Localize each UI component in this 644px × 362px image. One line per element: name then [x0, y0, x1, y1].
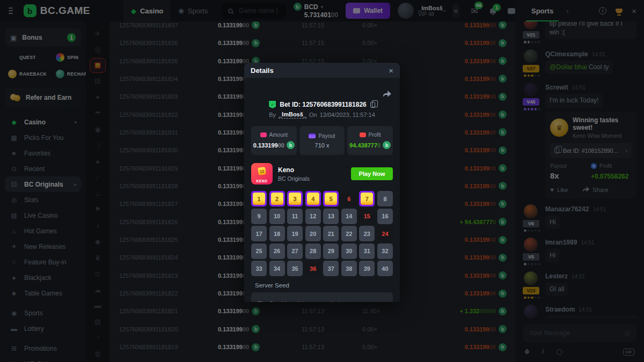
share-icon[interactable] [382, 91, 391, 100]
coin-icon: b [287, 141, 295, 149]
keno-tile-label: KENO [251, 179, 273, 183]
keno-number-29: 29 [323, 243, 339, 259]
keno-hit-tile: 4 [307, 193, 319, 205]
keno-hit-tile: 5 [325, 193, 337, 205]
payout-icon [309, 134, 316, 138]
stat-label-row: Payout [309, 133, 335, 139]
game-row: 12 KENO Keno BC Originals Play Now [251, 162, 393, 185]
modal-header: Details × [244, 63, 400, 78]
keno-number-3: 3 [287, 191, 303, 206]
keno-number-38: 38 [341, 261, 357, 276]
stat-value: 94.4387770b [349, 141, 391, 149]
stat-value-text: 94.4387770 [349, 142, 380, 149]
bet-datetime: 13/04/2023, 11:57:14 [320, 112, 375, 118]
keno-number-grid: 1234567891011121314151617181920212223242… [251, 191, 393, 276]
keno-number-16: 16 [377, 209, 393, 224]
keno-number-11: 11 [287, 209, 303, 224]
keno-number-27: 27 [287, 243, 303, 259]
keno-number-31: 31 [359, 243, 375, 259]
keno-hit-tile: 7 [361, 193, 373, 205]
bet-byline: By _ImBosš_ On 13/04/2023, 11:57:14 [244, 111, 400, 119]
keno-number-2: 2 [269, 191, 285, 206]
keno-number-4: 4 [305, 191, 321, 206]
keno-number-21: 21 [323, 226, 339, 241]
keno-number-7: 7 [359, 191, 375, 206]
bet-id-row: ✓ Bet ID: 125760683991181826 [244, 101, 400, 108]
keno-number-15: 15 [359, 209, 375, 224]
keno-number-6: 6 [341, 191, 357, 206]
keno-number-8: 8 [377, 191, 393, 206]
keno-hit-tile: 3 [289, 193, 301, 205]
keno-number-30: 30 [341, 243, 357, 259]
stat-value-text: 0.13319900 [253, 142, 284, 149]
game-provider: BC Originals [278, 175, 310, 182]
by-label: By [269, 112, 276, 118]
keno-number-17: 17 [251, 226, 267, 241]
play-now-button[interactable]: Play Now [351, 167, 393, 180]
keno-number-33: 33 [251, 261, 267, 276]
server-seed-label: Server Seed [255, 282, 289, 289]
coin-icon: b [383, 141, 391, 149]
keno-number-12: 12 [305, 209, 321, 224]
bet-id-text: Bet ID: 125760683991181826 [280, 101, 366, 108]
profit-icon [360, 132, 366, 137]
copy-icon[interactable] [370, 102, 375, 108]
stat-value-text: 710 x [315, 142, 330, 149]
keno-hit-tile: 1 [253, 193, 265, 205]
stat-label: Amount [269, 132, 288, 138]
keno-hit-tile: 2 [271, 193, 283, 205]
on-label: On [309, 112, 317, 118]
stat-value: 0.13319900b [253, 141, 295, 149]
bet-details-modal: Details × ✓ Bet ID: 125760683991181826 B… [244, 63, 400, 302]
keno-number-37: 37 [323, 261, 339, 276]
keno-number-36: 36 [305, 261, 321, 276]
verified-shield-icon: ✓ [269, 101, 276, 108]
modal-close-icon[interactable]: × [389, 66, 393, 75]
keno-number-1: 1 [251, 191, 267, 206]
bet-stats: Amount0.13319900bPayout710 xProfit94.438… [251, 126, 393, 155]
keno-number-14: 14 [341, 209, 357, 224]
stat-label: Profit [369, 132, 381, 138]
keno-game-icon: 12 KENO [251, 163, 273, 184]
bettor-name[interactable]: _ImBosš_ [279, 111, 306, 119]
keno-number-24: 24 [377, 226, 393, 241]
stat-value: 710 x [315, 142, 330, 149]
keno-number-9: 9 [251, 209, 267, 224]
keno-number-13: 13 [323, 209, 339, 224]
keno-number-34: 34 [269, 261, 285, 276]
stat-label: Payout [318, 133, 335, 139]
keno-number-22: 22 [341, 226, 357, 241]
stat-label-row: Profit [360, 132, 381, 138]
amount-icon [260, 132, 267, 137]
app: b BC.GAME ◆ Casino ◉ Sports b BCD ▾ 5.73… [0, 0, 644, 362]
keno-number-10: 10 [269, 209, 285, 224]
keno-number-39: 39 [359, 261, 375, 276]
modal-title: Details [251, 67, 389, 75]
keno-number-20: 20 [305, 226, 321, 241]
keno-number-28: 28 [305, 243, 321, 259]
keno-tile-number: 12 [258, 167, 266, 175]
keno-number-18: 18 [269, 226, 285, 241]
keno-number-23: 23 [359, 226, 375, 241]
stat-card-profit: Profit94.4387770b [347, 126, 393, 155]
game-name: Keno [278, 166, 310, 174]
keno-number-26: 26 [269, 243, 285, 259]
keno-number-40: 40 [377, 261, 393, 276]
keno-number-35: 35 [287, 261, 303, 276]
keno-number-25: 25 [251, 243, 267, 259]
stat-card-payout: Payout710 x [299, 126, 345, 155]
keno-number-5: 5 [323, 191, 339, 206]
keno-number-19: 19 [287, 226, 303, 241]
stat-label-row: Amount [260, 132, 288, 138]
stat-card-amount: Amount0.13319900b [251, 126, 297, 155]
server-seed-value: The Seed hasn't been revealed yet [251, 292, 393, 302]
keno-number-32: 32 [377, 243, 393, 259]
